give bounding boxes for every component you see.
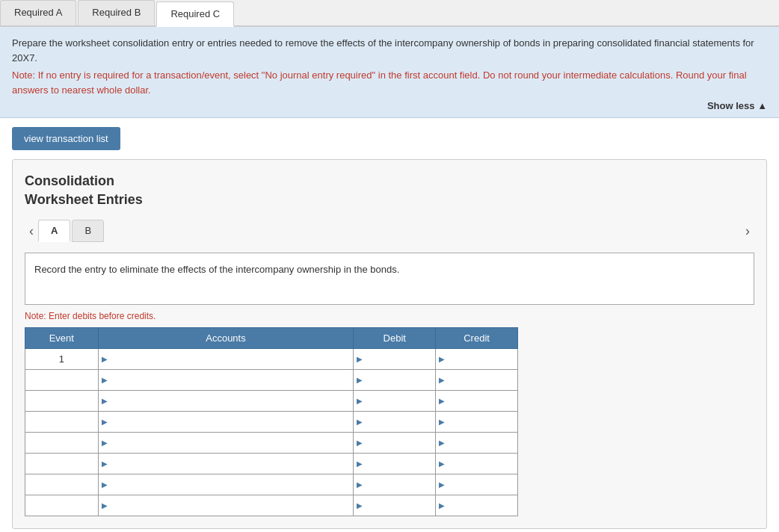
account-input[interactable] — [108, 476, 354, 493]
account-input[interactable] — [108, 413, 354, 430]
entry-note: Note: Enter debits before credits. — [25, 311, 754, 321]
sub-tab-b[interactable]: B — [72, 220, 104, 242]
debit-input[interactable] — [363, 455, 435, 472]
account-input[interactable] — [108, 350, 354, 368]
table-row: ▶▶▶ — [25, 391, 518, 412]
account-input[interactable] — [108, 497, 354, 514]
event-cell — [25, 433, 99, 454]
debit-arrow-icon: ▶ — [354, 355, 363, 363]
debit-cell: ▶ — [354, 433, 436, 454]
account-cell: ▶ — [98, 349, 354, 370]
next-sub-tab-button[interactable]: › — [741, 222, 754, 241]
credit-arrow-icon: ▶ — [436, 439, 445, 447]
col-header-debit: Debit — [354, 328, 436, 349]
debit-input[interactable] — [363, 392, 435, 409]
debit-input[interactable] — [363, 350, 435, 368]
credit-input[interactable] — [445, 434, 517, 451]
credit-cell: ▶ — [436, 474, 518, 495]
debit-input[interactable] — [363, 476, 435, 493]
debit-cell: ▶ — [354, 412, 436, 433]
credit-arrow-icon: ▶ — [436, 480, 445, 489]
credit-cell: ▶ — [436, 370, 518, 391]
info-note: Note: If no entry is required for a tran… — [12, 68, 767, 97]
description-box: Record the entry to eliminate the effect… — [25, 253, 754, 305]
show-less-link[interactable]: Show less ▲ — [707, 100, 767, 111]
dropdown-arrow-icon: ▶ — [99, 418, 108, 426]
credit-arrow-icon: ▶ — [436, 397, 445, 405]
dropdown-arrow-icon: ▶ — [99, 460, 108, 468]
credit-input[interactable] — [445, 476, 517, 493]
event-cell — [25, 454, 99, 474]
debit-cell: ▶ — [354, 474, 436, 495]
prev-sub-tab-button[interactable]: ‹ — [25, 222, 38, 241]
credit-arrow-icon: ▶ — [436, 376, 445, 384]
debit-input[interactable] — [363, 434, 435, 451]
sub-tab-a[interactable]: A — [38, 220, 70, 242]
sub-tabs-row: ‹ A B › — [25, 220, 754, 242]
dropdown-arrow-icon: ▶ — [99, 355, 108, 363]
tab-required-c[interactable]: Required C — [156, 1, 234, 27]
dropdown-arrow-icon: ▶ — [99, 480, 108, 489]
table-row: ▶▶▶ — [25, 412, 518, 433]
table-row: ▶▶▶ — [25, 495, 518, 516]
credit-input[interactable] — [445, 392, 517, 409]
debit-arrow-icon: ▶ — [354, 439, 363, 447]
account-input[interactable] — [108, 371, 354, 389]
debit-input[interactable] — [363, 497, 435, 514]
credit-arrow-icon: ▶ — [436, 355, 445, 363]
account-cell: ▶ — [98, 412, 354, 433]
debit-cell: ▶ — [354, 370, 436, 391]
table-row: ▶▶▶ — [25, 370, 518, 391]
account-input[interactable] — [108, 455, 354, 472]
account-input[interactable] — [108, 434, 354, 451]
credit-cell: ▶ — [436, 349, 518, 370]
col-header-event: Event — [25, 328, 99, 349]
table-row: ▶▶▶ — [25, 433, 518, 454]
debit-arrow-icon: ▶ — [354, 418, 363, 426]
credit-input[interactable] — [445, 497, 517, 514]
credit-arrow-icon: ▶ — [436, 418, 445, 426]
table-row: ▶▶▶ — [25, 474, 518, 495]
credit-arrow-icon: ▶ — [436, 460, 445, 468]
credit-cell: ▶ — [436, 412, 518, 433]
entry-table: Event Accounts Debit Credit 1▶▶▶▶▶▶▶▶▶▶▶… — [25, 327, 518, 516]
credit-input[interactable] — [445, 455, 517, 472]
table-row: 1▶▶▶ — [25, 349, 518, 370]
debit-arrow-icon: ▶ — [354, 376, 363, 384]
credit-input[interactable] — [445, 371, 517, 389]
dropdown-arrow-icon: ▶ — [99, 501, 108, 510]
credit-cell: ▶ — [436, 391, 518, 412]
account-cell: ▶ — [98, 454, 354, 474]
worksheet-title: Consolidation Worksheet Entries — [25, 172, 754, 209]
dropdown-arrow-icon: ▶ — [99, 376, 108, 384]
debit-arrow-icon: ▶ — [354, 397, 363, 405]
debit-arrow-icon: ▶ — [354, 460, 363, 468]
view-transaction-button[interactable]: view transaction list — [12, 127, 120, 150]
credit-arrow-icon: ▶ — [436, 501, 445, 510]
debit-cell: ▶ — [354, 349, 436, 370]
account-cell: ▶ — [98, 495, 354, 516]
credit-input[interactable] — [445, 350, 517, 368]
event-cell — [25, 495, 99, 516]
debit-input[interactable] — [363, 413, 435, 430]
show-less-area: Show less ▲ — [12, 100, 767, 111]
event-cell — [25, 370, 99, 391]
credit-input[interactable] — [445, 413, 517, 430]
tab-required-a[interactable]: Required A — [0, 0, 76, 25]
info-description: Prepare the worksheet consolidation entr… — [12, 36, 767, 65]
debit-cell: ▶ — [354, 391, 436, 412]
event-cell — [25, 412, 99, 433]
debit-input[interactable] — [363, 371, 435, 389]
col-header-accounts: Accounts — [98, 328, 354, 349]
tab-required-b[interactable]: Required B — [78, 0, 155, 25]
debit-arrow-icon: ▶ — [354, 501, 363, 510]
button-area: view transaction list — [0, 118, 779, 159]
credit-cell: ▶ — [436, 454, 518, 474]
worksheet-container: Consolidation Worksheet Entries ‹ A B › … — [12, 159, 767, 529]
account-cell: ▶ — [98, 370, 354, 391]
account-cell: ▶ — [98, 433, 354, 454]
dropdown-arrow-icon: ▶ — [99, 397, 108, 405]
main-tabs: Required A Required B Required C — [0, 0, 779, 27]
account-input[interactable] — [108, 392, 354, 409]
credit-cell: ▶ — [436, 495, 518, 516]
